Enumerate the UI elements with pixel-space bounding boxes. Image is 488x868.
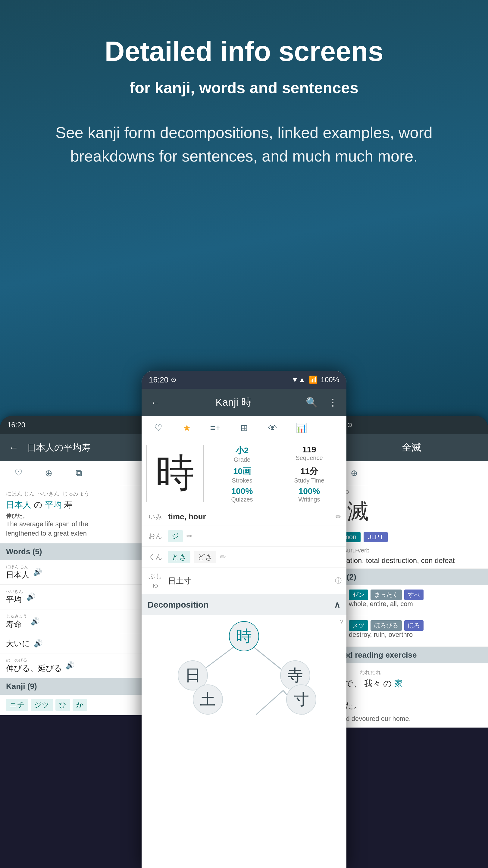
- hero-title: Detailed info screens: [24, 36, 464, 67]
- left-speaker-4[interactable]: 🔊: [66, 661, 75, 670]
- stat-writings: 100% Writings: [277, 487, 341, 503]
- imi-label: いみ: [147, 513, 164, 521]
- bushu-info-icon[interactable]: ⓘ: [335, 576, 341, 585]
- left-ruby-2: じゅみょう: [6, 614, 27, 619]
- center-kanji-stats: 小2 Grade 119 Sequence 10画 Strokes 11分 St…: [210, 445, 341, 503]
- left-speaker-2[interactable]: 🔊: [31, 617, 40, 626]
- left-ruby-4: の のびる: [6, 658, 62, 663]
- left-ruby-j: じゅみょう: [62, 490, 90, 497]
- left-heart-icon[interactable]: ♡: [5, 463, 32, 484]
- left-speaker-3[interactable]: 🔊: [34, 639, 43, 648]
- center-more-icon[interactable]: ⋮: [325, 397, 340, 408]
- reading-kun: くん とき どき ✏: [141, 547, 347, 567]
- right-tag-zen: ゼン: [349, 590, 368, 600]
- signal-icon: 📶: [309, 375, 318, 384]
- decomp-help-icon[interactable]: ?: [340, 618, 344, 626]
- stat-quizzes: 100% Quizzes: [210, 487, 274, 503]
- center-status-icon: ⊙: [171, 376, 176, 384]
- left-sentence-en: The average life span of thelengthened t…: [6, 520, 160, 538]
- center-addlist-icon[interactable]: ≡+: [202, 417, 229, 438]
- hero-section: Detailed info screens for kanji, words a…: [0, 0, 488, 192]
- left-word-jp-3: 大いに: [6, 638, 30, 649]
- stat-study-time-value: 11分: [277, 466, 341, 477]
- left-content: にほん じん へいきん じゅみょう 日本人 の 平均 寿 伸びた。 The av…: [0, 485, 166, 715]
- stat-sequence-value: 119: [277, 445, 341, 455]
- stat-strokes: 10画 Strokes: [210, 466, 274, 484]
- on-edit-icon[interactable]: ✏: [187, 532, 193, 540]
- center-back-icon[interactable]: ←: [148, 397, 163, 408]
- kun-edit-icon[interactable]: ✏: [220, 553, 226, 561]
- reading-bushu: ぶしゅ 日土寸 ⓘ: [141, 567, 347, 594]
- left-words-section-header: Words (5): [0, 544, 166, 560]
- left-kanji-tag-1: ジツ: [31, 699, 53, 711]
- left-nihonjin: 日本人: [6, 500, 31, 509]
- hero-description: See kanji form decompositions, linked ex…: [48, 121, 440, 168]
- center-status-right: ▼▲ 📶 100%: [291, 375, 339, 384]
- left-app-title: 日本人の平均寿: [27, 441, 160, 454]
- stat-strokes-label: Strokes: [210, 477, 274, 484]
- imi-edit-icon[interactable]: ✏: [335, 513, 341, 521]
- stat-study-time-label: Study Time: [277, 477, 341, 484]
- stat-grade-label: Grade: [210, 456, 274, 463]
- kun-value2: どき: [194, 551, 216, 563]
- decomp-label: Decomposition: [148, 600, 208, 610]
- left-word-jp-0: 日本人: [6, 569, 30, 580]
- left-add-icon[interactable]: ⊕: [35, 463, 62, 484]
- center-status-time: 16:20: [149, 375, 168, 384]
- stat-grade-value: 小2: [210, 445, 274, 456]
- right-add-icon[interactable]: ⊕: [351, 468, 358, 478]
- left-no: の: [34, 500, 45, 509]
- stat-quizzes-label: Quizzes: [210, 496, 274, 503]
- on-value: ジ: [168, 530, 183, 542]
- stat-sequence: 119 Sequence: [277, 445, 341, 463]
- decomp-chevron-icon: ∧: [334, 600, 340, 610]
- left-status-bar: 16:20 🐦: [0, 416, 166, 434]
- right-app-title: 全滅: [341, 441, 482, 454]
- decomp-node-tsuchi[interactable]: 土: [193, 684, 223, 715]
- right-tag-horobiru: ほろびる: [370, 620, 402, 631]
- left-speaker-0[interactable]: 🔊: [33, 568, 42, 576]
- left-word-jp-2: 寿命: [6, 619, 27, 629]
- right-metsu-meaning: destroy, ruin, overthro: [349, 631, 424, 639]
- center-kanji-info: 時 小2 Grade 119 Sequence 10画 Strokes 11分 …: [141, 440, 347, 508]
- center-app-title: Kanji 時: [169, 396, 298, 409]
- stat-writings-value: 100%: [277, 487, 341, 496]
- left-kanji-tags: ニチ ジツ ひ か: [0, 695, 166, 715]
- decomp-node-toki[interactable]: 時: [229, 621, 259, 651]
- left-word-nobiru: の のびる 伸びる、延びる 🔊: [0, 653, 166, 678]
- stat-grade: 小2 Grade: [210, 445, 274, 463]
- left-word-jumyo: じゅみょう 寿命 🔊: [0, 610, 166, 634]
- left-ruby-0: にほん じん: [6, 564, 30, 569]
- center-heart-icon[interactable]: ♡: [144, 417, 172, 438]
- right-zen-meaning: whole, entire, all, com: [349, 600, 424, 608]
- left-status-time: 16:20: [7, 421, 25, 429]
- left-ruby-heiken: へいきん: [38, 490, 59, 497]
- bushu-label: ぶしゅ: [147, 572, 164, 590]
- kun-value1: とき: [168, 551, 190, 563]
- left-speaker-1[interactable]: 🔊: [27, 592, 36, 601]
- left-word-oini: 大いに 🔊: [0, 634, 166, 653]
- center-chart-icon[interactable]: 📊: [288, 417, 315, 438]
- left-word-nihonjin: にほん じん 日本人 🔊: [0, 560, 166, 585]
- phone-left: 16:20 🐦 ← 日本人の平均寿 ♡ ⊕ ⧉ にほん じん へいきん じゅみょ…: [0, 416, 166, 868]
- center-grid-icon[interactable]: ⊞: [230, 417, 258, 438]
- decomp-section-header: Decomposition ∧: [141, 594, 347, 615]
- center-search-icon[interactable]: 🔍: [304, 397, 319, 408]
- left-sentence-nobita: 伸びた。: [6, 513, 160, 520]
- stat-study-time: 11分 Study Time: [277, 466, 341, 484]
- left-action-bar: ♡ ⊕ ⧉: [0, 461, 166, 485]
- left-copy-icon[interactable]: ⧉: [65, 463, 92, 484]
- left-kanji-section-header: Kanji (9): [0, 678, 166, 695]
- stat-writings-label: Writings: [277, 496, 341, 503]
- battery-text: 100%: [321, 375, 339, 384]
- svg-line-2: [256, 690, 283, 715]
- left-back-icon[interactable]: ←: [6, 442, 21, 453]
- center-star-icon[interactable]: ★: [173, 417, 200, 438]
- stat-strokes-value: 10画: [210, 466, 274, 477]
- stat-sequence-label: Sequence: [277, 455, 341, 461]
- wifi-icon: ▼▲: [291, 375, 306, 384]
- center-eye-icon[interactable]: 👁: [259, 417, 286, 438]
- decomp-node-sun[interactable]: 寸: [286, 684, 316, 715]
- center-status-bar: 16:20 ⊙ ▼▲ 📶 100%: [141, 371, 347, 389]
- center-app-bar: ← Kanji 時 🔍 ⋮: [141, 389, 347, 416]
